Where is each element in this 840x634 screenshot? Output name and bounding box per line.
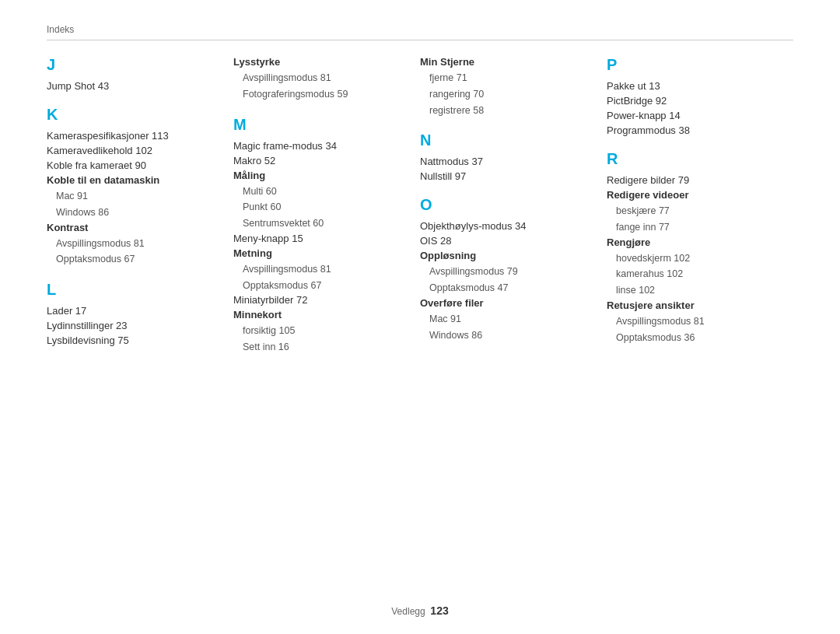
index-entry: Opptaksmodus 67	[243, 278, 404, 293]
section-letter-O: O	[420, 196, 591, 214]
header: Indeks	[47, 23, 793, 40]
index-entry: Lydinnstillinger 23	[47, 320, 218, 331]
index-entry: Avspillingsmodus 81	[56, 236, 218, 251]
index-entry: Magic frame-modus 34	[233, 140, 404, 152]
index-entry: Min Stjerne	[420, 56, 591, 68]
index-entry: Koble fra kameraet 90	[47, 159, 218, 171]
index-entry: Retusjere ansikter	[607, 299, 778, 311]
index-entry: Windows 86	[429, 328, 591, 343]
column-3: PPakke ut 13PictBridge 92Power-knapp 14P…	[607, 56, 793, 356]
index-entry: Opptaksmodus 36	[616, 331, 778, 345]
index-entry: fange inn 77	[616, 220, 778, 235]
index-entry: Opptaksmodus 67	[56, 252, 218, 267]
column-2: Min Stjernefjerne 71rangering 70registre…	[420, 56, 607, 356]
index-entry: Avspillingsmodus 81	[616, 314, 778, 329]
index-entry: Opptaksmodus 47	[429, 281, 591, 296]
index-entry: Miniatyrbilder 72	[233, 294, 404, 306]
index-entry: Lysbildevisning 75	[47, 335, 218, 346]
index-entry: Power-knapp 14	[607, 110, 778, 121]
header-label: Indeks	[47, 24, 74, 35]
section-letter-M: M	[233, 116, 404, 134]
content-columns: JJump Shot 43KKameraspesifikasjoner 113K…	[47, 56, 793, 356]
index-entry: Kontrast	[47, 222, 218, 233]
section-letter-N: N	[420, 131, 591, 149]
index-entry: Sentrumsvektet 60	[243, 216, 404, 231]
index-entry: Multi 60	[243, 184, 404, 199]
index-entry: Måling	[233, 170, 404, 181]
index-entry: Pakke ut 13	[607, 80, 778, 92]
index-entry: Kameraspesifikasjoner 113	[47, 130, 218, 142]
index-entry: Lader 17	[47, 305, 218, 317]
section-letter-P: P	[607, 56, 778, 74]
index-entry: Makro 52	[233, 155, 404, 166]
index-entry: Nullstill 97	[420, 170, 591, 182]
index-entry: Avspillingsmodus 79	[429, 264, 591, 279]
index-entry: Avspillingsmodus 81	[243, 262, 404, 277]
index-entry: Rengjøre	[607, 236, 778, 248]
index-entry: Avspillingsmodus 81	[243, 71, 404, 86]
index-entry: Meny-knapp 15	[233, 233, 404, 244]
section-letter-R: R	[607, 150, 778, 168]
index-entry: Programmodus 38	[607, 124, 778, 136]
index-entry: Punkt 60	[243, 200, 404, 215]
footer-text: Vedlegg	[391, 606, 425, 617]
index-entry: Koble til en datamaskin	[47, 174, 218, 186]
index-entry: Objekthøylys-modus 34	[420, 220, 591, 232]
section-letter-L: L	[47, 281, 218, 299]
column-0: JJump Shot 43KKameraspesifikasjoner 113K…	[47, 56, 233, 356]
section-letter-K: K	[47, 106, 218, 124]
index-entry: beskjære 77	[616, 204, 778, 219]
index-entry: OIS 28	[420, 235, 591, 247]
index-entry: Redigere videoer	[607, 189, 778, 201]
page: Indeks JJump Shot 43KKameraspesifikasjon…	[0, 0, 840, 634]
index-entry: Kameravedlikehold 102	[47, 145, 218, 156]
section-letter-J: J	[47, 56, 218, 74]
index-entry: PictBridge 92	[607, 95, 778, 107]
index-entry: registrere 58	[429, 103, 591, 118]
index-entry: Windows 86	[56, 205, 218, 220]
index-entry: linse 102	[616, 283, 778, 298]
index-entry: kamerahus 102	[616, 267, 778, 282]
footer-page: 123	[430, 604, 448, 617]
index-entry: Nattmodus 37	[420, 156, 591, 167]
index-entry: Mac 91	[56, 189, 218, 204]
index-entry: Fotograferingsmodus 59	[243, 87, 404, 102]
index-entry: Overføre filer	[420, 297, 591, 309]
column-1: LysstyrkeAvspillingsmodus 81Fotograferin…	[233, 56, 420, 356]
index-entry: Minnekort	[233, 309, 404, 321]
index-entry: hovedskjerm 102	[616, 251, 778, 266]
index-entry: Jump Shot 43	[47, 80, 218, 92]
index-entry: rangering 70	[429, 87, 591, 102]
index-entry: Oppløsning	[420, 250, 591, 261]
index-entry: Mac 91	[429, 312, 591, 327]
index-entry: Sett inn 16	[243, 340, 404, 355]
index-entry: Metning	[233, 247, 404, 259]
index-entry: Redigere bilder 79	[607, 174, 778, 186]
index-entry: fjerne 71	[429, 71, 591, 86]
index-entry: forsiktig 105	[243, 324, 404, 338]
footer: Vedlegg 123	[0, 604, 840, 617]
index-entry: Lysstyrke	[233, 56, 404, 68]
